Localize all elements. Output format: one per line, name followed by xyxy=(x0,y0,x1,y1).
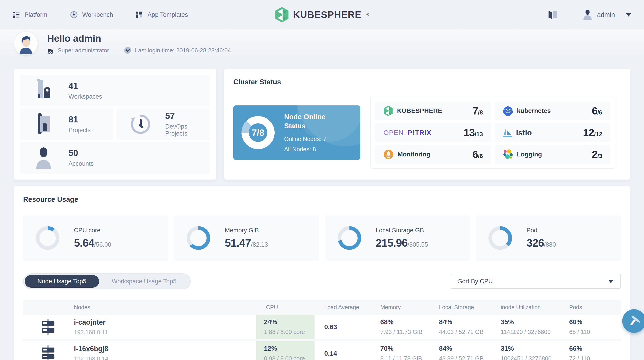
node-name: i-caojnter xyxy=(74,318,108,326)
workbench-icon xyxy=(70,11,78,18)
workspaces-label: Workspaces xyxy=(68,93,102,100)
logging-ready-count: 2 xyxy=(592,148,598,160)
kubernetes-ready-count: 6 xyxy=(592,105,598,117)
service-logging-label: Logging xyxy=(517,151,542,158)
avatar xyxy=(14,32,38,55)
table-header-row: Nodes CPU Load Average Memory Local Stor… xyxy=(23,300,621,315)
logging-total-count: /3 xyxy=(597,152,602,160)
openpitrix-ready-count: 13 xyxy=(464,126,474,139)
service-istio: Istio 12 /12 xyxy=(495,123,611,142)
service-monitoring-label: Monitoring xyxy=(398,151,430,158)
kubesphere-ready-count: 7 xyxy=(472,105,478,117)
cpu-detail: 0.93 / 8.00 core xyxy=(264,355,314,360)
hammer-icon xyxy=(628,315,640,327)
col-header-cpu: CPU xyxy=(256,304,314,310)
nav-platform[interactable]: Platform xyxy=(13,11,48,18)
user-icon xyxy=(583,10,592,20)
cluster-services-panel: KUBESPHERE 7 /8 kubernetes xyxy=(370,96,616,169)
gauge-local-storage: Local Storage GB 215.96 /305.55 xyxy=(325,215,470,261)
nav-workbench-label: Workbench xyxy=(82,11,113,18)
stat-accounts[interactable]: 50 Accounts xyxy=(20,142,210,174)
node-online-fraction: 7/8 xyxy=(252,128,264,138)
projects-label: Projects xyxy=(68,127,91,134)
projects-count: 81 xyxy=(68,115,91,124)
stat-workspaces[interactable]: 41 Workspaces xyxy=(20,75,210,106)
platform-icon xyxy=(13,11,20,18)
service-kubernetes-label: kubernetes xyxy=(517,107,551,114)
inode-detail: 1002451 / 3276800 xyxy=(501,355,560,360)
stat-devops-projects[interactable]: 57 DevOps Projects xyxy=(117,108,210,140)
pods-total: /880 xyxy=(544,241,556,248)
devops-history-icon xyxy=(130,114,151,135)
table-row[interactable]: i-16x6bgj8 192.168.0.14 12% 0.93 / 8.00 … xyxy=(23,341,621,360)
nav-workbench[interactable]: Workbench xyxy=(70,11,113,18)
sort-by-dropdown[interactable]: Sort By CPU xyxy=(451,274,621,289)
service-logging: Logging 2 /3 xyxy=(495,145,611,164)
greeting-title: Hello admin xyxy=(47,33,231,44)
tab-workspace-usage-top5[interactable]: Workspace Usage Top5 xyxy=(99,275,189,288)
accounts-count: 50 xyxy=(68,148,94,158)
memory-detail: 7.93 / 11.73 GiB xyxy=(380,328,429,336)
storage-detail: 43.89 / 52.71 GB xyxy=(439,355,491,360)
node-name: i-16x6bgj8 xyxy=(74,345,108,353)
table-row[interactable]: i-caojnter 192.168.0.11 24% 1.88 / 8.00 … xyxy=(23,315,621,339)
cpu-gauge-label: CPU core xyxy=(74,227,111,234)
greeting-banner: Hello admin Super administrator Last log… xyxy=(0,30,644,58)
service-openpitrix: OPENP!TRIX 13 /13 xyxy=(375,123,491,142)
all-nodes-label: All Nodes: 8 xyxy=(284,146,348,153)
pods-gauge-donut xyxy=(488,226,512,250)
storage-percent: 84% xyxy=(439,318,491,326)
pods-detail: 72 / 110 xyxy=(569,355,621,360)
kubesphere-total-count: /8 xyxy=(478,109,483,116)
gauge-cpu: CPU core 5.64 /56.00 xyxy=(23,215,168,261)
pods-percent: 66% xyxy=(569,345,621,352)
col-header-pods: Pods xyxy=(560,304,621,310)
online-nodes-label: Online Nodes: 7 xyxy=(284,136,348,142)
usage-tab-group: Node Usage Top5 Workspace Usage Top5 xyxy=(23,274,191,289)
admin-user-menu[interactable]: admin xyxy=(583,10,631,20)
kubernetes-total-count: /6 xyxy=(597,109,602,116)
stat-projects[interactable]: 81 Projects xyxy=(20,108,113,140)
docs-book-icon[interactable] xyxy=(548,10,558,19)
openpitrix-wordmark: OPENP!TRIX xyxy=(384,129,431,136)
openpitrix-label-prefix: OPEN xyxy=(384,129,404,136)
prometheus-icon xyxy=(384,150,394,159)
elastic-logging-icon xyxy=(503,150,513,159)
kubesphere-service-icon xyxy=(384,106,393,116)
cpu-percent: 12% xyxy=(264,345,314,352)
service-monitoring: Monitoring 6 /6 xyxy=(375,145,491,164)
devops-label: DevOps Projects xyxy=(165,123,210,137)
pods-detail: 65 / 110 xyxy=(569,328,621,336)
istio-ready-count: 12 xyxy=(583,126,594,139)
memory-detail: 8.11 / 11.73 GiB xyxy=(380,355,429,360)
cpu-total: /56.00 xyxy=(94,241,111,248)
cpu-cell: 12% 0.93 / 8.00 core xyxy=(256,341,314,360)
istio-sail-icon xyxy=(503,128,512,138)
toolbox-fab-button[interactable] xyxy=(622,309,644,333)
cpu-detail: 1.88 / 8.00 core xyxy=(264,328,314,336)
cluster-status-title: Cluster Status xyxy=(233,78,617,86)
kubesphere-logo[interactable]: KUBESPHERE ® xyxy=(275,7,369,22)
workspaces-icon xyxy=(33,79,54,102)
inode-percent: 31% xyxy=(501,345,560,352)
accounts-label: Accounts xyxy=(68,160,94,167)
monitoring-ready-count: 6 xyxy=(472,148,478,160)
logo-registered-mark: ® xyxy=(366,13,369,17)
openpitrix-total-count: /13 xyxy=(474,131,483,138)
accounts-person-icon xyxy=(33,146,54,169)
openpitrix-label-suffix: P!TRIX xyxy=(408,129,431,136)
gauge-pods: Pod 326 /880 xyxy=(476,215,621,261)
workspaces-count: 41 xyxy=(68,81,102,91)
tab-node-usage-top5[interactable]: Node Usage Top5 xyxy=(25,275,99,288)
storage-percent: 84% xyxy=(439,345,491,352)
cluster-status-card: Cluster Status 7/8 Node Online Status On… xyxy=(224,69,630,180)
load-average-value: 0.14 xyxy=(324,350,337,357)
istio-total-count: /12 xyxy=(594,131,602,138)
logo-wordmark: KUBESPHERE xyxy=(293,9,362,20)
pods-used: 326 xyxy=(526,237,544,249)
service-kubernetes: kubernetes 6 /6 xyxy=(495,102,611,120)
nav-app-templates[interactable]: App Templates xyxy=(136,11,188,18)
clock-check-icon xyxy=(124,47,131,54)
storage-used: 215.96 xyxy=(376,237,408,249)
memory-gauge-donut xyxy=(186,226,210,250)
